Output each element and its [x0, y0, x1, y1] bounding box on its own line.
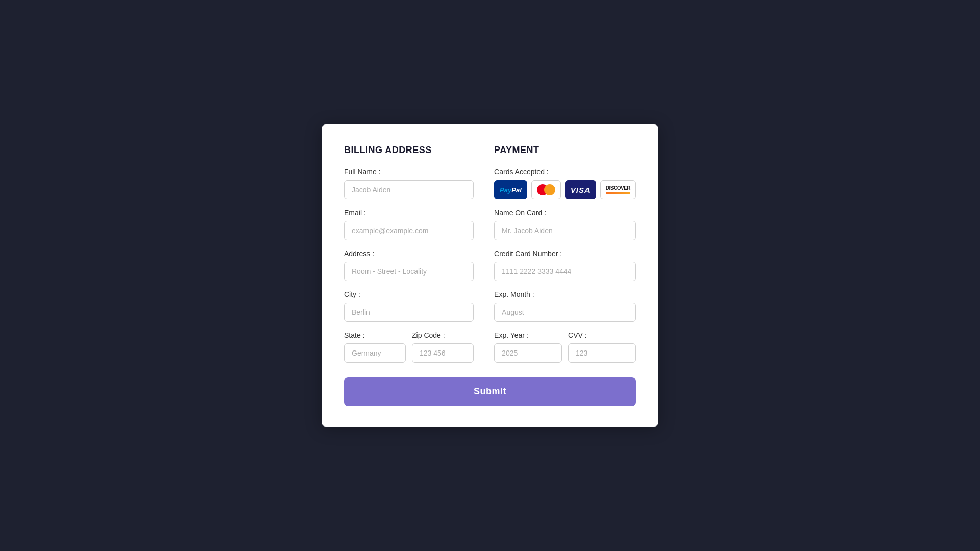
cards-row: PayPal VISA: [494, 180, 636, 199]
state-zip-group: State : Zip Code :: [344, 331, 474, 363]
cvv-subgroup: CVV :: [568, 331, 636, 363]
name-on-card-group: Name On Card :: [494, 209, 636, 240]
cc-number-input[interactable]: [494, 262, 636, 281]
address-group: Address :: [344, 249, 474, 281]
zip-input[interactable]: [412, 343, 474, 363]
payment-title: PAYMENT: [494, 145, 636, 156]
exp-month-label: Exp. Month :: [494, 290, 636, 298]
cvv-label: CVV :: [568, 331, 636, 339]
email-group: Email :: [344, 209, 474, 240]
cards-accepted-group: Cards Accepted : PayPal: [494, 168, 636, 199]
submit-button[interactable]: Submit: [344, 377, 636, 406]
full-name-input[interactable]: [344, 180, 474, 199]
submit-row: Submit: [344, 377, 636, 406]
exp-month-group: Exp. Month :: [494, 290, 636, 322]
cvv-input[interactable]: [568, 343, 636, 363]
discover-badge: DISCOVER: [600, 180, 636, 199]
paypal-badge: PayPal: [494, 180, 527, 199]
name-on-card-input[interactable]: [494, 221, 636, 240]
visa-badge: VISA: [565, 180, 596, 199]
state-label: State :: [344, 331, 406, 339]
checkout-form: BILLING ADDRESS Full Name : Email : Addr…: [322, 124, 658, 427]
zip-label: Zip Code :: [412, 331, 474, 339]
exp-year-subgroup: Exp. Year :: [494, 331, 562, 363]
city-group: City :: [344, 290, 474, 322]
city-label: City :: [344, 290, 474, 298]
name-on-card-label: Name On Card :: [494, 209, 636, 217]
full-name-label: Full Name :: [344, 168, 474, 176]
billing-title: BILLING ADDRESS: [344, 145, 474, 156]
billing-section: BILLING ADDRESS Full Name : Email : Addr…: [344, 145, 474, 372]
exp-cvv-group: Exp. Year : CVV :: [494, 331, 636, 363]
discover-stripe: [606, 192, 630, 194]
address-input[interactable]: [344, 262, 474, 281]
cc-number-label: Credit Card Number :: [494, 249, 636, 258]
zip-subgroup: Zip Code :: [412, 331, 474, 363]
mc-orange-circle: [544, 184, 555, 195]
city-input[interactable]: [344, 303, 474, 322]
exp-month-input[interactable]: [494, 303, 636, 322]
cards-accepted-label: Cards Accepted :: [494, 168, 636, 176]
cc-number-group: Credit Card Number :: [494, 249, 636, 281]
exp-year-label: Exp. Year :: [494, 331, 562, 339]
state-subgroup: State :: [344, 331, 406, 363]
email-label: Email :: [344, 209, 474, 217]
address-label: Address :: [344, 249, 474, 258]
email-input[interactable]: [344, 221, 474, 240]
exp-year-input[interactable]: [494, 343, 562, 363]
state-input[interactable]: [344, 343, 406, 363]
mastercard-badge: [531, 180, 561, 199]
payment-section: PAYMENT Cards Accepted : PayPal: [494, 145, 636, 372]
full-name-group: Full Name :: [344, 168, 474, 199]
